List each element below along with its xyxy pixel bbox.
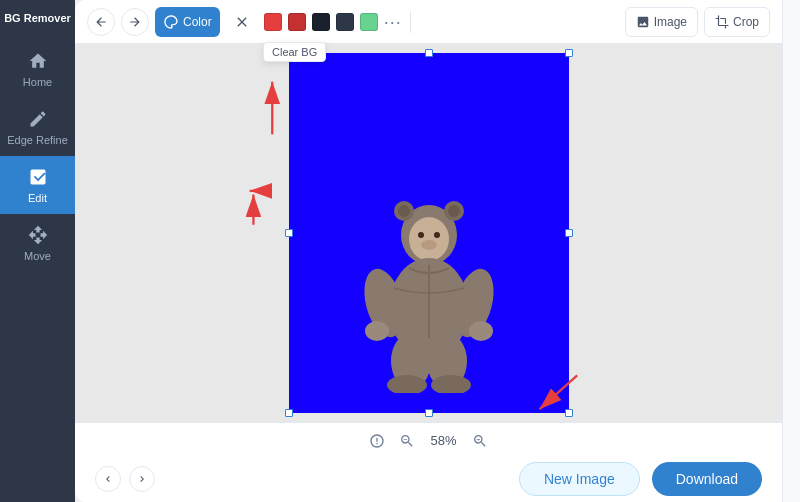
clear-button[interactable] [226,7,258,37]
more-colors-button[interactable]: ··· [384,13,402,31]
sidebar-item-home-label: Home [23,76,52,88]
redo-button[interactable] [121,8,149,36]
crop-button[interactable]: Crop [704,7,770,37]
handle-middle-right[interactable] [565,229,573,237]
edge-refine-icon [27,108,49,130]
sidebar-item-edit[interactable]: Edit [0,156,75,214]
nav-arrows [95,466,155,492]
zoom-out-button[interactable] [396,430,418,452]
color-swatch-darkred[interactable] [288,13,306,31]
bottom-bar: 58% New Image Downlo [75,422,782,502]
handle-bottom-middle[interactable] [425,409,433,417]
bottom-row: New Image Download [75,462,782,496]
toolbar-right: Image Crop [625,7,770,37]
zoom-controls: 58% [366,430,491,452]
new-image-button[interactable]: New Image [519,462,640,496]
app-logo: BG Remover [0,8,75,28]
sidebar-item-move[interactable]: Move [0,214,75,272]
baby-figure [349,193,509,393]
sidebar: BG Remover Home Edge Refine Edit Move [0,0,75,502]
sidebar-item-move-label: Move [24,250,51,262]
home-icon [27,50,49,72]
sidebar-item-edit-label: Edit [28,192,47,204]
edit-icon [27,166,49,188]
toolbar-separator [410,11,411,33]
sidebar-item-edge-refine[interactable]: Edge Refine [0,98,75,156]
svg-point-8 [421,240,437,250]
sidebar-item-edge-refine-label: Edge Refine [7,134,68,146]
color-swatch-green[interactable] [360,13,378,31]
canvas-background [289,53,569,413]
move-icon [27,224,49,246]
right-panel [782,0,800,502]
zoom-in-button[interactable] [469,430,491,452]
handle-bottom-left[interactable] [285,409,293,417]
handle-top-middle[interactable] [425,49,433,57]
color-button-label: Color [183,15,212,29]
svg-point-13 [365,321,389,341]
sidebar-item-home[interactable]: Home [0,40,75,98]
download-button[interactable]: Download [652,462,762,496]
zoom-fit-button[interactable] [366,430,388,452]
handle-bottom-right[interactable] [565,409,573,417]
svg-point-14 [469,321,493,341]
color-swatch-darkgray[interactable] [336,13,354,31]
color-swatch-black[interactable] [312,13,330,31]
image-button-label: Image [654,15,687,29]
image-button[interactable]: Image [625,7,698,37]
svg-point-6 [418,232,424,238]
handle-top-right[interactable] [565,49,573,57]
color-button[interactable]: Color [155,7,220,37]
image-canvas[interactable] [289,53,569,413]
toolbar: Color ··· Image Crop Clear BG [75,0,782,44]
action-buttons: New Image Download [519,462,762,496]
crop-button-label: Crop [733,15,759,29]
zoom-value: 58% [426,433,461,448]
svg-point-7 [434,232,440,238]
undo-button[interactable] [87,8,115,36]
prev-image-button[interactable] [95,466,121,492]
svg-point-5 [409,217,449,261]
clear-bg-tooltip: Clear BG [263,42,326,62]
handle-middle-left[interactable] [285,229,293,237]
next-image-button[interactable] [129,466,155,492]
main-panel: Color ··· Image Crop Clear BG [75,0,782,502]
color-swatch-red[interactable] [264,13,282,31]
svg-point-3 [398,205,410,217]
svg-point-4 [448,205,460,217]
canvas-area[interactable] [75,44,782,422]
